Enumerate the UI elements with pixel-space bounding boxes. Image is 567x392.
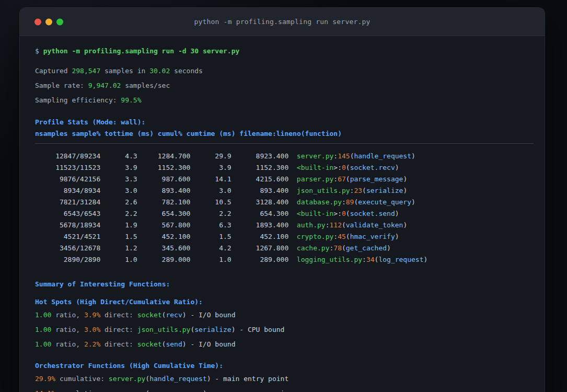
window-title: python -m profiling.sampling run server.… [194, 18, 370, 26]
cumtime-cell: 1893.400 [232, 220, 289, 231]
summary-heading: Summary of Interesting Functions: [35, 280, 532, 289]
nsamples-cell: 6543/6543 [35, 208, 100, 220]
cumtime-cell: 452.100 [232, 231, 289, 243]
location-cell: <built-in>:0(socket.send) [297, 208, 399, 220]
sample-pct-cell: 4.3 [100, 151, 137, 162]
sample-pct-cell: 2.2 [100, 208, 137, 220]
tottime-cell: 782.100 [137, 197, 191, 208]
minimize-button[interactable] [45, 18, 52, 25]
capture-summary-line: Captured298,547samples in30.02seconds [35, 66, 532, 76]
cumul-pct-cell: 1.5 [190, 231, 231, 243]
hot-spot-line: 1.00ratio,3.9%direct:socket(recv)- I/O b… [35, 310, 532, 320]
location-cell: json_utils.py:23(serialize) [297, 185, 407, 197]
command-line: $python -m profiling.sampling run -d 30 … [35, 47, 532, 56]
orchestrator-note: - main entry point [215, 374, 288, 384]
nsamples-cell: 8934/8934 [35, 185, 100, 197]
cumulative-pct-value: 14.1% [35, 389, 55, 392]
cumul-pct-cell: 2.2 [190, 208, 231, 220]
table-row: 12847/892344.31284.70029.98923.400server… [35, 151, 532, 162]
titlebar: python -m profiling.sampling run server.… [20, 8, 545, 36]
hot-spots-heading: Hot Spots (High Direct/Cumulative Ratio)… [35, 297, 532, 307]
sample-pct-cell: 1.9 [100, 220, 137, 231]
nsamples-cell: 5678/18934 [35, 220, 100, 231]
efficiency-value: 99.5% [121, 96, 141, 105]
table-row: 2890/28901.0289.0001.0289.000logging_uti… [35, 254, 532, 266]
cumtime-cell: 1267.800 [232, 243, 289, 254]
hot-spot-target: json_utils.py(serialize) [137, 325, 236, 335]
cumul-pct-cell: 3.9 [190, 162, 231, 174]
cumtime-cell: 893.400 [232, 185, 289, 197]
cumul-pct-cell: 4.2 [190, 243, 231, 254]
table-row: 8934/89343.0893.4003.0893.400json_utils.… [35, 185, 532, 197]
direct-pct-value: 3.0% [84, 325, 100, 335]
table-row: 7821/312842.6782.10010.53128.400database… [35, 197, 532, 208]
cumtime-cell: 1152.300 [232, 162, 289, 174]
profile-table: 12847/892344.31284.70029.98923.400server… [35, 151, 532, 266]
nsamples-cell: 11523/11523 [35, 162, 100, 174]
nsamples-cell: 2890/2890 [35, 254, 100, 266]
location-cell: database.py:89(execute_query) [297, 197, 415, 208]
terminal-window: python -m profiling.sampling run server.… [19, 7, 545, 392]
shell-prompt: $ [35, 47, 39, 56]
sample-pct-cell: 1.2 [100, 243, 137, 254]
cumul-pct-cell: 10.5 [190, 197, 231, 208]
nsamples-cell: 3456/12678 [35, 243, 100, 254]
cumul-pct-cell: 14.1 [190, 174, 231, 185]
nsamples-cell: 4521/4521 [35, 231, 100, 243]
direct-pct-value: 2.2% [84, 340, 100, 349]
efficiency-line: Sampling efficiency:99.5% [35, 96, 532, 105]
hot-spot-line: 1.00ratio,2.2%direct:socket(send)- I/O b… [35, 340, 532, 349]
location-cell: crypto.py:45(hmac_verify) [297, 231, 399, 243]
table-row: 4521/45211.5452.1001.5452.100crypto.py:4… [35, 231, 532, 243]
hot-spot-note: - I/O bound [190, 340, 235, 349]
sample-pct-cell: 3.9 [100, 162, 137, 174]
sample-pct-cell: 2.6 [100, 197, 137, 208]
cumtime-cell: 8923.400 [232, 151, 289, 162]
cumul-pct-cell: 29.9 [190, 151, 231, 162]
location-cell: auth.py:112(validate_token) [297, 220, 407, 231]
samples-count: 298,547 [72, 66, 100, 76]
table-divider [35, 143, 534, 144]
hot-spot-note: - CPU bound [239, 325, 284, 335]
command-text: python -m profiling.sampling run -d 30 s… [43, 47, 240, 56]
orchestrator-target: server.py(handle_request) [109, 374, 211, 384]
cumtime-cell: 3128.400 [232, 197, 289, 208]
table-row: 6543/65432.2654.3002.2654.300<built-in>:… [35, 208, 532, 220]
table-row: 11523/115233.91152.3003.91152.300<built-… [35, 162, 532, 174]
hot-spot-line: 1.00ratio,3.0%direct:json_utils.py(seria… [35, 325, 532, 335]
nsamples-cell: 7821/31284 [35, 197, 100, 208]
cumtime-cell: 289.000 [232, 254, 289, 266]
location-cell: server.py:145(handle_request) [297, 151, 415, 162]
profile-stats-heading: Profile Stats (Mode: wall): [35, 118, 532, 127]
direct-pct-value: 3.9% [84, 310, 100, 320]
capture-duration: 30.02 [149, 66, 170, 76]
cumulative-pct-value: 29.9% [35, 374, 55, 384]
table-row: 5678/189341.9567.8006.31893.400auth.py:1… [35, 220, 532, 231]
location-cell: <built-in>:0(socket.recv) [297, 162, 399, 174]
orchestrators-heading: Orchestrator Functions (High Cumulative … [35, 361, 532, 371]
hot-spot-target: socket(send) [137, 340, 187, 349]
orchestrator-line: 14.1%cumulative:parser.py(parse_message)… [35, 389, 532, 392]
cumul-pct-cell: 6.3 [190, 220, 231, 231]
tottime-cell: 345.600 [137, 243, 191, 254]
cumtime-cell: 654.300 [232, 208, 289, 220]
hot-spot-target: socket(recv) [137, 310, 187, 320]
maximize-button[interactable] [56, 18, 63, 25]
cumtime-cell: 4215.600 [232, 174, 289, 185]
close-button[interactable] [34, 18, 41, 25]
hot-spot-note: - I/O bound [190, 310, 235, 320]
nsamples-cell: 9876/42156 [35, 174, 100, 185]
tottime-cell: 567.800 [137, 220, 191, 231]
sample-pct-cell: 1.5 [100, 231, 137, 243]
table-row: 9876/421563.3987.60014.14215.600parser.p… [35, 174, 532, 185]
tottime-cell: 987.600 [137, 174, 191, 185]
orchestrator-note: - message processing [211, 389, 293, 392]
ratio-value: 1.00 [35, 340, 51, 349]
tottime-cell: 893.400 [137, 185, 191, 197]
sample-rate-line: Sample rate:9,947.02samples/sec [35, 81, 532, 90]
sample-rate-value: 9,947.02 [88, 81, 121, 90]
location-cell: cache.py:78(get_cached) [297, 243, 391, 254]
tottime-cell: 1284.700 [137, 151, 191, 162]
sample-pct-cell: 1.0 [100, 254, 137, 266]
location-cell: logging_utils.py:34(log_request) [297, 254, 427, 266]
